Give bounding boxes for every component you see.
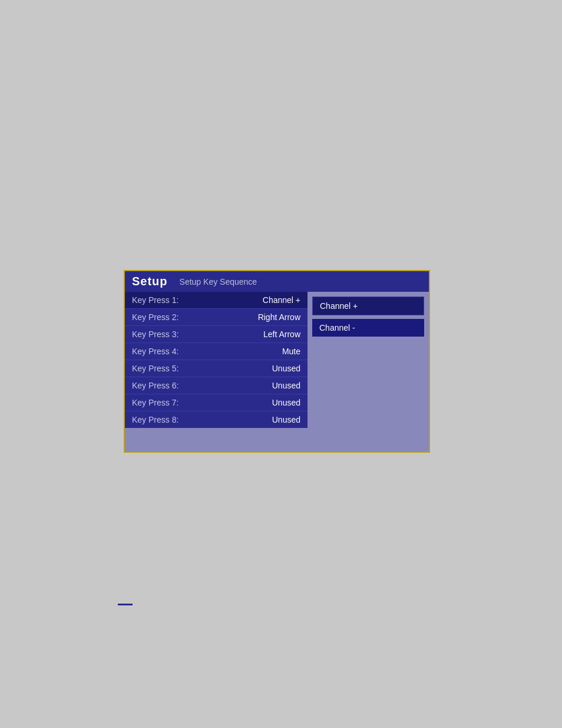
key-row-5[interactable]: Key Press 5:Unused xyxy=(125,360,308,377)
key-label-2: Key Press 2: xyxy=(132,312,178,322)
key-value-5: Unused xyxy=(272,364,300,373)
key-label-7: Key Press 7: xyxy=(132,398,178,407)
dialog-footer xyxy=(125,428,429,452)
options-panel: Channel +Channel - xyxy=(308,292,429,428)
key-row-3[interactable]: Key Press 3:Left Arrow xyxy=(125,326,308,343)
key-value-7: Unused xyxy=(272,398,300,407)
key-row-7[interactable]: Key Press 7:Unused xyxy=(125,394,308,411)
key-row-4[interactable]: Key Press 4:Mute xyxy=(125,343,308,360)
taskbar-indicator xyxy=(118,604,133,605)
key-label-8: Key Press 8: xyxy=(132,415,178,424)
key-label-4: Key Press 4: xyxy=(132,347,178,356)
key-list: Key Press 1:Channel +Key Press 2:Right A… xyxy=(125,292,308,428)
key-label-1: Key Press 1: xyxy=(132,295,178,305)
option-item-1[interactable]: Channel + xyxy=(312,297,424,315)
key-label-3: Key Press 3: xyxy=(132,330,178,339)
key-value-1: Channel + xyxy=(263,295,300,305)
key-value-2: Right Arrow xyxy=(258,312,300,322)
key-row-2[interactable]: Key Press 2:Right Arrow xyxy=(125,309,308,326)
key-label-6: Key Press 6: xyxy=(132,381,178,390)
dialog-body: Key Press 1:Channel +Key Press 2:Right A… xyxy=(125,292,429,428)
key-value-6: Unused xyxy=(272,381,300,390)
key-value-4: Mute xyxy=(282,347,300,356)
setup-dialog: Setup Setup Key Sequence Key Press 1:Cha… xyxy=(124,270,430,453)
dialog-subtitle: Setup Key Sequence xyxy=(180,277,257,286)
key-value-3: Left Arrow xyxy=(263,330,300,339)
dialog-header: Setup Setup Key Sequence xyxy=(125,271,429,292)
dialog-title: Setup xyxy=(132,275,168,288)
key-label-5: Key Press 5: xyxy=(132,364,178,373)
option-item-2[interactable]: Channel - xyxy=(312,319,424,337)
key-row-8[interactable]: Key Press 8:Unused xyxy=(125,411,308,428)
key-value-8: Unused xyxy=(272,415,300,424)
key-row-1[interactable]: Key Press 1:Channel + xyxy=(125,292,308,309)
key-row-6[interactable]: Key Press 6:Unused xyxy=(125,377,308,394)
